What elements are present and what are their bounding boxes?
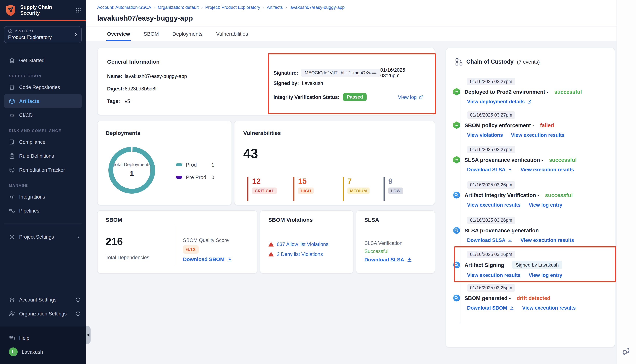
sbom-quality-label: SBOM Quality Score: [183, 238, 229, 243]
tab-vulnerabilities[interactable]: Vulnerabilities: [216, 26, 248, 41]
info-icon[interactable]: [76, 311, 81, 316]
breadcrumb-artifacts[interactable]: Artifacts: [267, 5, 283, 10]
breadcrumb-project[interactable]: Project: Product Exploratory: [205, 5, 260, 10]
breadcrumb-current[interactable]: lavakush07/easy-buggy-app: [289, 5, 345, 10]
sidebar-item-pipelines[interactable]: Pipelines: [0, 204, 86, 218]
allow-list-violations-link[interactable]: 637 Allow list Violations: [268, 242, 328, 247]
org-chart-gear-icon: [9, 310, 15, 317]
low-count: 9: [388, 177, 403, 185]
download-sbom-link[interactable]: Download SBOM: [467, 305, 514, 311]
view-execution-results-link[interactable]: View execution results: [521, 167, 574, 172]
integrity-row: Integrity Verification Status: Passed Vi…: [273, 93, 424, 101]
total-deployments-value: 1: [130, 169, 134, 179]
chain-events-count: (7 events): [517, 59, 540, 65]
download-sbom-link[interactable]: Download SBOM: [183, 256, 233, 262]
view-execution-results-link[interactable]: View execution results: [511, 132, 565, 138]
sidebar-item-organization-settings[interactable]: Organization Settings: [0, 307, 86, 320]
sidebar-item-get-started[interactable]: Get Started: [0, 53, 86, 67]
signed-by-label: Signed by:: [273, 80, 299, 86]
sbom-quality-score: 6.13: [183, 245, 199, 254]
sidebar-item-label: Code Repositories: [19, 84, 60, 90]
external-link-icon: [419, 95, 424, 100]
project-selector-value: Product Exploratory: [8, 34, 78, 40]
sidebar-item-project-settings[interactable]: Project Settings: [0, 230, 86, 244]
view-execution-results-link[interactable]: View execution results: [522, 305, 576, 311]
feedback-chat-icon[interactable]: [621, 346, 631, 356]
breadcrumb-organization[interactable]: Organization: default: [158, 5, 199, 10]
sidebar-item-label: Remediation Tracker: [19, 167, 65, 172]
timeline-event-slsa-generation: 01/16/2025 03:26pm SLSA provenance gener…: [453, 216, 609, 243]
breadcrumb-account[interactable]: Account: Automation-SSCA: [97, 5, 151, 10]
event-status: drift detected: [517, 295, 550, 301]
sidebar-item-label: Help: [19, 335, 30, 341]
view-deployment-details-link[interactable]: View deployment details: [467, 99, 532, 104]
view-execution-results-link[interactable]: View execution results: [467, 202, 521, 208]
brand-accent-bar: [0, 20, 86, 21]
tab-sbom[interactable]: SBOM: [144, 26, 159, 41]
sidebar-collapse-handle[interactable]: [86, 326, 91, 344]
link-label: View execution results: [522, 305, 576, 311]
repository-icon: [9, 84, 15, 90]
sidebar-item-help[interactable]: ? Help: [0, 331, 86, 345]
download-slsa-link[interactable]: Download SLSA: [467, 167, 512, 172]
link-label: View execution results: [511, 132, 565, 138]
deny-list-violations-link[interactable]: 2 Deny list Violations: [268, 252, 323, 257]
sidebar-item-remediation-tracker[interactable]: Remediation Tracker: [0, 163, 86, 177]
breadcrumb-separator: ›: [285, 5, 287, 10]
timeline-event-sbom-generated: 01/16/2025 03:25pm SBOM generated - drif…: [453, 284, 609, 311]
sidebar-item-label: CI/CD: [19, 112, 33, 118]
low-badge: LOW: [388, 188, 403, 194]
signature-row: Signature: MEQCICde2VjIT...bL+2+mqnOXw==…: [273, 67, 424, 78]
view-execution-results-link[interactable]: View execution results: [521, 238, 574, 243]
help-chat-icon: ?: [9, 335, 15, 341]
view-violations-link[interactable]: View violations: [467, 132, 503, 138]
legend-label: Pre Prod: [186, 174, 206, 180]
tab-overview[interactable]: Overview: [107, 26, 130, 41]
pipeline-hexagon-icon: ∞: [453, 88, 460, 96]
link-label: View execution results: [467, 272, 521, 278]
sidebar-item-cicd[interactable]: ∞ CI/CD: [0, 108, 86, 122]
chain-title: Chain of Custody: [466, 58, 514, 65]
event-timestamp: 01/16/2025 03:27pm: [467, 146, 515, 153]
sidebar-item-integrations[interactable]: Integrations: [0, 190, 86, 204]
layers-icon: [9, 296, 15, 303]
signature-value: MEQCICde2VjIT...bL+2+mqnOXw==: [301, 69, 380, 77]
breadcrumb-separator: ›: [263, 5, 264, 10]
pipeline-hexagon-icon: ∞: [453, 156, 460, 164]
signed-by-badge: Signed by Lavakush: [512, 261, 562, 269]
view-log-entry-link[interactable]: View log entry: [529, 272, 562, 278]
legend-item-pre-prod: Pre Prod 0: [176, 173, 214, 181]
pre-prod-color-swatch: [176, 176, 182, 179]
general-information-card: General Information Name: lavakush07/eas…: [97, 48, 435, 115]
view-log-entry-link[interactable]: View log entry: [529, 202, 562, 208]
view-log-link[interactable]: View log: [398, 94, 424, 100]
user-menu[interactable]: L Lavakush: [0, 345, 86, 359]
sidebar-item-artifacts[interactable]: Artifacts: [4, 94, 82, 108]
signature-timestamp: 01/16/2025 03:26pm: [380, 67, 424, 78]
sidebar-item-label: Compliance: [19, 139, 46, 145]
svg-text:∞: ∞: [455, 123, 458, 127]
pipelines-icon: [9, 208, 15, 214]
link-label: View violations: [467, 132, 503, 138]
sidebar-item-compliance[interactable]: Compliance: [0, 135, 86, 149]
project-selector[interactable]: PROJECT Product Exploratory: [4, 26, 82, 43]
apps-grid-icon[interactable]: [76, 7, 81, 13]
timeline-event-artifact-integrity: 01/16/2025 03:26pm Artifact Integrity Ve…: [453, 181, 609, 208]
sidebar-item-rule-definitions[interactable]: Rule Definitions: [0, 149, 86, 163]
event-timestamp: 01/16/2025 03:26pm: [467, 216, 515, 224]
tab-deployments[interactable]: Deployments: [172, 26, 202, 41]
sidebar-item-code-repositories[interactable]: Code Repositories: [0, 80, 86, 94]
download-slsa-link[interactable]: Download SLSA: [364, 257, 412, 262]
sidebar-item-account-settings[interactable]: Account Settings: [0, 293, 86, 307]
view-log-label: View log: [398, 94, 417, 100]
high-badge: HIGH: [298, 188, 314, 194]
sbom-total-label: Total Dependencies: [106, 255, 149, 260]
view-execution-results-link[interactable]: View execution results: [467, 272, 521, 278]
info-icon[interactable]: [76, 297, 81, 302]
critical-count: 12: [252, 177, 277, 185]
scan-circle-icon: [453, 294, 460, 302]
download-slsa-link[interactable]: Download SLSA: [467, 238, 512, 243]
app-logo-shield-icon: [5, 4, 17, 16]
card-title: SBOM Violations: [268, 216, 313, 223]
digest-row: Digest: 8d23bd3b5d8f: [107, 86, 157, 92]
